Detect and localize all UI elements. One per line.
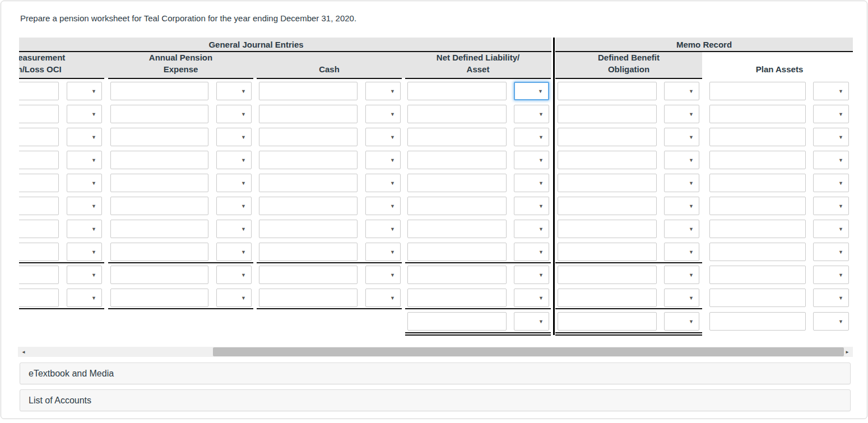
debit-credit-dropdown-remeasurement-gain-loss-oci[interactable]: ▼ xyxy=(67,151,102,169)
amount-input-cash[interactable] xyxy=(259,128,358,146)
debit-credit-dropdown-annual-pension-expense[interactable]: ▼ xyxy=(216,82,252,100)
horizontal-scrollbar[interactable]: ◄ ► xyxy=(18,347,853,357)
amount-input-cash[interactable] xyxy=(259,151,358,169)
debit-credit-dropdown-plan-assets[interactable]: ▼ xyxy=(813,128,849,146)
debit-credit-dropdown-net-defined-liability-asset[interactable]: ▼ xyxy=(514,243,549,261)
amount-input-net-defined-liability-asset[interactable] xyxy=(407,197,507,215)
debit-credit-dropdown-annual-pension-expense[interactable]: ▼ xyxy=(216,174,252,192)
debit-credit-dropdown-defined-benefit-obligation[interactable]: ▼ xyxy=(664,105,699,123)
debit-credit-dropdown-plan-assets[interactable]: ▼ xyxy=(813,220,849,238)
debit-credit-dropdown-plan-assets[interactable]: ▼ xyxy=(813,266,849,284)
amount-input-net-defined-liability-asset[interactable] xyxy=(407,243,507,261)
amount-input-plan-assets[interactable] xyxy=(709,197,806,215)
debit-credit-dropdown-remeasurement-gain-loss-oci[interactable]: ▼ xyxy=(67,128,102,146)
amount-input-defined-benefit-obligation[interactable] xyxy=(558,220,657,238)
amount-input-annual-pension-expense[interactable] xyxy=(110,105,208,123)
debit-credit-dropdown-net-defined-liability-asset[interactable]: ▼ xyxy=(514,128,549,146)
amount-input-plan-assets[interactable] xyxy=(709,128,806,146)
amount-input-annual-pension-expense[interactable] xyxy=(110,174,208,192)
panel-etextbook-and-media[interactable]: eTextbook and Media xyxy=(20,362,851,384)
amount-input-remeasurement-gain-loss-oci[interactable] xyxy=(19,243,59,261)
amount-input-defined-benefit-obligation[interactable] xyxy=(558,266,657,284)
debit-credit-dropdown-defined-benefit-obligation[interactable]: ▼ xyxy=(664,220,699,238)
debit-credit-dropdown-remeasurement-gain-loss-oci[interactable]: ▼ xyxy=(67,82,102,100)
debit-credit-dropdown-plan-assets[interactable]: ▼ xyxy=(813,243,849,261)
amount-input-defined-benefit-obligation[interactable] xyxy=(558,312,657,331)
debit-credit-dropdown-defined-benefit-obligation[interactable]: ▼ xyxy=(664,266,699,284)
debit-credit-dropdown-defined-benefit-obligation[interactable]: ▼ xyxy=(664,197,699,215)
debit-credit-dropdown-net-defined-liability-asset[interactable]: ▼ xyxy=(514,105,549,123)
amount-input-annual-pension-expense[interactable] xyxy=(110,82,208,100)
amount-input-remeasurement-gain-loss-oci[interactable] xyxy=(19,105,59,123)
debit-credit-dropdown-annual-pension-expense[interactable]: ▼ xyxy=(216,128,252,146)
amount-input-remeasurement-gain-loss-oci[interactable] xyxy=(19,174,59,192)
debit-credit-dropdown-plan-assets[interactable]: ▼ xyxy=(813,151,849,169)
debit-credit-dropdown-net-defined-liability-asset[interactable]: ▼ xyxy=(514,220,549,238)
amount-input-net-defined-liability-asset[interactable] xyxy=(407,174,507,192)
debit-credit-dropdown-annual-pension-expense[interactable]: ▼ xyxy=(216,197,252,215)
scrollbar-thumb[interactable] xyxy=(213,347,844,356)
amount-input-annual-pension-expense[interactable] xyxy=(110,266,208,284)
debit-credit-dropdown-cash[interactable]: ▼ xyxy=(365,105,401,123)
debit-credit-dropdown-annual-pension-expense[interactable]: ▼ xyxy=(216,243,252,261)
amount-input-cash[interactable] xyxy=(259,174,358,192)
amount-input-remeasurement-gain-loss-oci[interactable] xyxy=(19,151,59,169)
debit-credit-dropdown-remeasurement-gain-loss-oci[interactable]: ▼ xyxy=(67,174,102,192)
debit-credit-dropdown-remeasurement-gain-loss-oci[interactable]: ▼ xyxy=(67,266,102,284)
debit-credit-dropdown-annual-pension-expense[interactable]: ▼ xyxy=(216,289,252,307)
panel-list-of-accounts[interactable]: List of Accounts xyxy=(20,389,851,411)
debit-credit-dropdown-plan-assets[interactable]: ▼ xyxy=(813,197,849,215)
debit-credit-dropdown-net-defined-liability-asset[interactable]: ▼ xyxy=(514,266,549,284)
debit-credit-dropdown-cash[interactable]: ▼ xyxy=(365,151,401,169)
amount-input-annual-pension-expense[interactable] xyxy=(110,289,208,307)
scroll-left-icon[interactable]: ◄ xyxy=(19,347,28,357)
debit-credit-dropdown-cash[interactable]: ▼ xyxy=(365,128,401,146)
debit-credit-dropdown-cash[interactable]: ▼ xyxy=(365,197,401,215)
debit-credit-dropdown-net-defined-liability-asset[interactable]: ▼ xyxy=(514,312,549,331)
debit-credit-dropdown-cash[interactable]: ▼ xyxy=(365,266,401,284)
amount-input-net-defined-liability-asset[interactable] xyxy=(407,151,507,169)
amount-input-remeasurement-gain-loss-oci[interactable] xyxy=(19,289,59,307)
debit-credit-dropdown-defined-benefit-obligation[interactable]: ▼ xyxy=(664,312,699,331)
amount-input-remeasurement-gain-loss-oci[interactable] xyxy=(19,266,59,284)
amount-input-cash[interactable] xyxy=(259,82,358,100)
amount-input-net-defined-liability-asset[interactable] xyxy=(407,312,507,331)
amount-input-cash[interactable] xyxy=(259,289,358,307)
debit-credit-dropdown-remeasurement-gain-loss-oci[interactable]: ▼ xyxy=(67,220,102,238)
debit-credit-dropdown-annual-pension-expense[interactable]: ▼ xyxy=(216,266,252,284)
amount-input-annual-pension-expense[interactable] xyxy=(110,151,208,169)
debit-credit-dropdown-remeasurement-gain-loss-oci[interactable]: ▼ xyxy=(67,105,102,123)
debit-credit-dropdown-defined-benefit-obligation[interactable]: ▼ xyxy=(664,128,699,146)
debit-credit-dropdown-net-defined-liability-asset[interactable]: ▼ xyxy=(514,82,549,100)
amount-input-annual-pension-expense[interactable] xyxy=(110,243,208,261)
debit-credit-dropdown-cash[interactable]: ▼ xyxy=(365,82,401,100)
amount-input-defined-benefit-obligation[interactable] xyxy=(558,82,657,100)
amount-input-remeasurement-gain-loss-oci[interactable] xyxy=(19,197,59,215)
debit-credit-dropdown-plan-assets[interactable]: ▼ xyxy=(813,312,849,331)
amount-input-plan-assets[interactable] xyxy=(709,243,806,261)
debit-credit-dropdown-cash[interactable]: ▼ xyxy=(365,289,401,307)
amount-input-cash[interactable] xyxy=(259,243,358,261)
amount-input-defined-benefit-obligation[interactable] xyxy=(558,151,657,169)
debit-credit-dropdown-cash[interactable]: ▼ xyxy=(365,174,401,192)
amount-input-net-defined-liability-asset[interactable] xyxy=(407,220,507,238)
amount-input-defined-benefit-obligation[interactable] xyxy=(558,289,657,307)
amount-input-cash[interactable] xyxy=(259,197,358,215)
amount-input-annual-pension-expense[interactable] xyxy=(110,197,208,215)
amount-input-defined-benefit-obligation[interactable] xyxy=(558,128,657,146)
debit-credit-dropdown-plan-assets[interactable]: ▼ xyxy=(813,289,849,307)
amount-input-plan-assets[interactable] xyxy=(709,289,806,307)
debit-credit-dropdown-remeasurement-gain-loss-oci[interactable]: ▼ xyxy=(67,197,102,215)
amount-input-defined-benefit-obligation[interactable] xyxy=(558,243,657,261)
debit-credit-dropdown-defined-benefit-obligation[interactable]: ▼ xyxy=(664,289,699,307)
debit-credit-dropdown-plan-assets[interactable]: ▼ xyxy=(813,174,849,192)
amount-input-cash[interactable] xyxy=(259,266,358,284)
amount-input-plan-assets[interactable] xyxy=(709,266,806,284)
amount-input-defined-benefit-obligation[interactable] xyxy=(558,197,657,215)
amount-input-plan-assets[interactable] xyxy=(709,174,806,192)
amount-input-plan-assets[interactable] xyxy=(709,82,806,100)
amount-input-remeasurement-gain-loss-oci[interactable] xyxy=(19,82,59,100)
debit-credit-dropdown-net-defined-liability-asset[interactable]: ▼ xyxy=(514,197,549,215)
debit-credit-dropdown-cash[interactable]: ▼ xyxy=(365,243,401,261)
amount-input-annual-pension-expense[interactable] xyxy=(110,220,208,238)
